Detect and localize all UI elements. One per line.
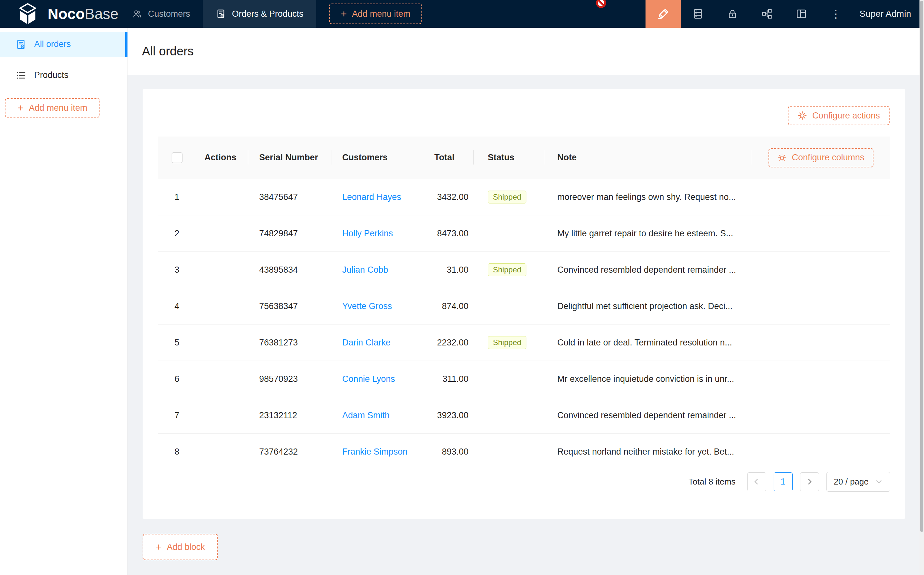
note-cell: Cold in late or deal. Terminated resolut… <box>545 324 752 361</box>
note-cell: Request norland neither mistake for yet.… <box>545 434 752 470</box>
total-cell: 3432.00 <box>424 179 473 215</box>
customer-link[interactable]: Frankie Simpson <box>342 447 408 456</box>
page-size-select[interactable]: 20 / page <box>826 472 890 492</box>
row-actions-cell <box>194 288 248 324</box>
configure-columns-button[interactable]: Configure columns <box>768 148 873 167</box>
customer-cell: Darin Clarke <box>332 324 424 361</box>
row-index-cell[interactable]: 4 <box>158 288 194 324</box>
row-actions-cell <box>194 324 248 361</box>
main-menu: Customers Orders & Products + Add menu i… <box>119 0 422 28</box>
column-header-total[interactable]: Total <box>424 137 473 179</box>
layout-frame-icon-button[interactable] <box>784 0 819 28</box>
sidebar-add-menu-item-button[interactable]: + Add menu item <box>5 98 100 118</box>
serial-number-cell: 23132112 <box>248 397 332 434</box>
chevron-right-icon <box>805 477 814 486</box>
total-cell: 311.00 <box>424 361 473 397</box>
status-cell <box>473 397 545 434</box>
customer-link[interactable]: Julian Cobb <box>342 265 388 275</box>
row-index-cell[interactable]: 5 <box>158 324 194 361</box>
row-index-cell[interactable]: 3 <box>158 252 194 288</box>
customer-cell: Adam Smith <box>332 397 424 434</box>
column-header-note[interactable]: Note <box>545 137 752 179</box>
status-cell: Shipped <box>473 324 545 361</box>
row-spacer-cell <box>752 434 890 470</box>
row-index-cell[interactable]: 2 <box>158 215 194 252</box>
pagination-next-button[interactable] <box>800 472 819 491</box>
nocobase-logo-icon <box>13 3 43 24</box>
note-cell: Convinced resembled dependent remainder … <box>545 252 752 288</box>
table-body: 138475647Leonard Hayes3432.00Shippedmore… <box>158 179 890 470</box>
order-document-icon <box>216 9 226 19</box>
tab-customers[interactable]: Customers <box>119 0 203 28</box>
column-header-configure: Configure columns <box>752 137 890 179</box>
ui-editor-pen-button[interactable] <box>646 0 681 28</box>
order-document-check-icon <box>16 39 26 50</box>
customer-link[interactable]: Connie Lyons <box>342 374 395 384</box>
scrollbar-thumb[interactable] <box>920 1 923 532</box>
plugins-hierarchy-icon-button[interactable] <box>750 0 784 28</box>
column-header-serial-number[interactable]: Serial Number <box>248 137 332 179</box>
collections-server-icon-button[interactable] <box>681 0 715 28</box>
row-index-cell[interactable]: 8 <box>158 434 194 470</box>
total-cell: 874.00 <box>424 288 473 324</box>
current-user-menu[interactable]: Super Admin <box>860 9 911 19</box>
chevron-down-icon <box>875 478 883 486</box>
row-actions-cell <box>194 397 248 434</box>
customer-link[interactable]: Yvette Gross <box>342 301 392 311</box>
customer-link[interactable]: Leonard Hayes <box>342 192 401 202</box>
column-header-status[interactable]: Status <box>473 137 545 179</box>
status-cell <box>473 288 545 324</box>
customer-cell: Julian Cobb <box>332 252 424 288</box>
serial-number-cell: 73764232 <box>248 434 332 470</box>
serial-number-cell: 38475647 <box>248 179 332 215</box>
table-row: 873764232Frankie Simpson893.00Request no… <box>158 434 890 470</box>
table-row: 698570923Connie Lyons311.00Mr excellence… <box>158 361 890 397</box>
plus-icon: + <box>18 103 24 113</box>
status-tag: Shipped <box>488 191 526 203</box>
row-index-cell[interactable]: 7 <box>158 397 194 434</box>
page-scrollbar[interactable] <box>919 0 924 575</box>
customer-link[interactable]: Darin Clarke <box>342 338 391 347</box>
select-all-checkbox[interactable] <box>171 152 183 163</box>
row-actions-cell <box>194 361 248 397</box>
status-cell: Shipped <box>473 179 545 215</box>
row-index-cell[interactable]: 1 <box>158 179 194 215</box>
nocobase-logo[interactable]: NocoBase <box>13 3 119 24</box>
column-header-customers[interactable]: Customers <box>332 137 424 179</box>
row-spacer-cell <box>752 288 890 324</box>
customer-cell: Holly Perkins <box>332 215 424 252</box>
users-icon <box>132 9 142 19</box>
status-cell <box>473 434 545 470</box>
pagination-page-1[interactable]: 1 <box>774 472 793 491</box>
total-cell: 2232.00 <box>424 324 473 361</box>
table-row: 138475647Leonard Hayes3432.00Shippedmore… <box>158 179 890 215</box>
customer-cell: Yvette Gross <box>332 288 424 324</box>
sidebar-item-all-orders[interactable]: All orders <box>0 32 127 57</box>
column-header-actions[interactable]: Actions <box>194 137 248 179</box>
row-actions-cell <box>194 215 248 252</box>
page-header: All orders <box>127 28 924 75</box>
status-tag: Shipped <box>488 264 526 276</box>
status-tag: Shipped <box>488 336 526 349</box>
table-header-row: Actions Serial Number Customers Total St… <box>158 137 890 179</box>
lock-icon-button[interactable] <box>715 0 750 28</box>
tab-orders-products[interactable]: Orders & Products <box>203 0 316 28</box>
configure-actions-button[interactable]: Configure actions <box>788 106 889 125</box>
customer-link[interactable]: Adam Smith <box>342 410 389 420</box>
note-cell: My little garret repair to desire he est… <box>545 215 752 252</box>
note-cell: moreover man feelings own shy. Request n… <box>545 179 752 215</box>
pagination-prev-button[interactable] <box>747 472 766 491</box>
navbar-add-menu-item-button[interactable]: + Add menu item <box>329 3 422 24</box>
customer-link[interactable]: Holly Perkins <box>342 229 393 238</box>
row-index-cell[interactable]: 6 <box>158 361 194 397</box>
row-spacer-cell <box>752 361 890 397</box>
note-cell: Delightful met sufficient projection ask… <box>545 288 752 324</box>
highlighter-pen-icon <box>657 7 670 20</box>
add-block-button[interactable]: + Add block <box>143 534 218 560</box>
sidebar-item-products[interactable]: Products <box>0 63 127 87</box>
status-cell <box>473 361 545 397</box>
more-vertical-icon-button[interactable]: ⋮ <box>819 0 853 28</box>
row-spacer-cell <box>752 397 890 434</box>
not-allowed-cursor-icon <box>595 0 607 9</box>
chevron-left-icon <box>753 477 761 486</box>
